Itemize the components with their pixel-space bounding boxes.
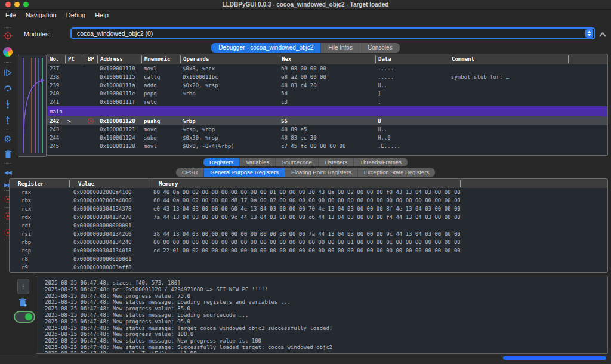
tab-listeners[interactable]: Listeners: [318, 158, 354, 166]
register-row[interactable]: rcx0x0000000304134378e0 43 13 04 03 00 0…: [10, 205, 607, 213]
register-row[interactable]: rsp0x0000000304134018cd 22 01 00 02 00 0…: [10, 246, 607, 255]
step-over-button[interactable]: [2, 82, 14, 94]
cell-address: 0x100001121: [97, 127, 141, 132]
registers-table[interactable]: RegisterValueMemory rax0x00000002000a410…: [9, 178, 608, 273]
log-more-button[interactable]: ⋮: [17, 279, 29, 294]
register-row[interactable]: rbp0x000000030413424000 00 00 00 00 00 0…: [10, 238, 607, 246]
tab-consoles[interactable]: Consoles: [360, 43, 400, 53]
log-enabled-toggle[interactable]: [15, 312, 34, 322]
cell-value: 0x0000000000000001: [69, 256, 150, 262]
clear-log-button[interactable]: [17, 296, 29, 308]
register-row[interactable]: r90x000000000003aff8: [10, 263, 607, 272]
cell-operands: %rbp: [180, 91, 279, 97]
cell-no: 243: [47, 127, 65, 132]
cell-mnemonic: addq: [141, 82, 180, 88]
disassembly-row[interactable]: 2450x100001128movl$0x0, -0x4(%rbp)c7 45 …: [47, 142, 607, 150]
cell-hex: c7 45 fc 00 00 00 00: [279, 143, 375, 149]
tab-general-purpose-registers[interactable]: General Purpose Registers: [203, 168, 285, 177]
settings-button[interactable]: ⚙: [2, 132, 14, 144]
toolbar-separator: [4, 62, 11, 63]
disassembly-row[interactable]: 2390x10000111aaddq$0x20, %rsp48 83 c4 20…: [47, 81, 607, 90]
cell-register: rdi: [10, 223, 69, 229]
cell-hex: 48 83 ec 30: [279, 135, 375, 141]
chevron-up-icon: [598, 31, 607, 38]
cell-value: 0x0000000304134270: [69, 214, 150, 220]
disassembly-row[interactable]: 242>0x100001120pushq%rbp55U: [47, 116, 607, 125]
menu-item-navigation[interactable]: Navigation: [26, 11, 57, 18]
register-row[interactable]: rax0x00000002000a410080 40 0a 00 02 00 0…: [10, 188, 607, 196]
register-row[interactable]: rdx0x00000003041342707a 44 13 04 03 00 0…: [10, 213, 607, 221]
cell-value: 0x0000000304134260: [69, 231, 150, 237]
cell-register: r8: [10, 256, 69, 262]
tab-floating-point-registers[interactable]: Floating Point Registers: [285, 168, 357, 177]
menu-item-help[interactable]: Help: [95, 11, 109, 18]
panel-tab-bar: RegistersVariablesSourcecodeListenersThr…: [0, 158, 611, 166]
disassembly-row[interactable]: 2410x10000111fretqc3.: [47, 98, 607, 106]
section-row[interactable]: main: [47, 106, 607, 116]
cell-operands: 0x1000011bc: [180, 74, 279, 80]
disassembly-row[interactable]: 2430x100001121movq%rsp, %rbp48 89 e5H..: [47, 125, 607, 134]
register-row[interactable]: r80x0000000000000001: [10, 255, 607, 263]
cell-memory: 7a 44 13 04 03 00 00 00 9c 44 13 04 03 0…: [150, 214, 460, 220]
collapse-modules-button[interactable]: [598, 30, 607, 37]
combobox-stepper-icon[interactable]: [585, 29, 593, 38]
column-header-no: No.: [47, 55, 65, 63]
tab-exception-state-registers[interactable]: Exception State Registers: [357, 168, 435, 177]
tab-debugger-cocoa-windowed-objc2[interactable]: Debugger - cocoa_windowed_objc2: [211, 43, 320, 53]
cell-operands: $0x30, %rsp: [180, 135, 279, 141]
column-header-address: Address: [97, 55, 141, 63]
cell-register: rbp: [10, 239, 69, 245]
cell-register: rsi: [10, 231, 69, 237]
disassembly-row[interactable]: 2370x100001110movl$0x8, %ecxb9 08 00 00 …: [47, 64, 607, 73]
cell-data: .E.....: [375, 143, 449, 149]
menu-item-file[interactable]: File: [5, 11, 16, 18]
tab-variables[interactable]: Variables: [239, 158, 275, 166]
register-row[interactable]: rsi0x000000030413426038 44 13 04 03 00 0…: [10, 230, 607, 238]
log-output[interactable]: 2025-08-25 06:47:48: sizes: [40, 573, 18…: [36, 276, 608, 354]
cell-data: .: [375, 99, 449, 105]
branch-minimap: [18, 55, 47, 157]
register-row[interactable]: rdi0x0000000000000001: [10, 221, 607, 230]
cell-operands: $0x20, %rsp: [180, 82, 279, 88]
play-icon: [3, 68, 13, 78]
cell-bp[interactable]: [82, 118, 97, 124]
window-title: LLDBPyGUI 0.0.3 - cocoa_windowed_objc2 -…: [0, 1, 611, 8]
column-header-value: Value: [69, 180, 150, 187]
log-line: 2025-08-25 06:47:48: New progress value:…: [45, 319, 607, 325]
cell-memory: 00 00 00 00 00 00 00 00 00 00 00 00 00 0…: [150, 239, 460, 245]
cell-register: rsp: [10, 248, 69, 254]
tab-sourcecode[interactable]: Sourcecode: [275, 158, 318, 166]
column-header-comment: Comment: [449, 55, 568, 63]
cell-address: 0x10000111e: [97, 91, 141, 97]
cell-operands: %rsp, %rbp: [180, 127, 279, 132]
tab-cpsr[interactable]: CPSR: [176, 168, 203, 177]
modules-combobox[interactable]: cocoa_windowed_objc2 (0): [70, 27, 595, 39]
cell-mnemonic: movl: [141, 143, 180, 149]
modules-selected-value: cocoa_windowed_objc2 (0): [72, 30, 585, 37]
cell-address: 0x100001128: [97, 143, 141, 149]
cell-hex: 48 83 c4 20: [279, 82, 375, 88]
cell-value: 0x0000000000000001: [69, 223, 150, 229]
cell-value: 0x00000002000a4000: [69, 198, 150, 203]
disassembly-row[interactable]: 2380x100001115callq0x1000011bce8 a2 00 0…: [47, 73, 607, 81]
set-breakpoint-target-icon[interactable]: [2, 30, 14, 42]
cell-data: ]: [375, 91, 449, 97]
modules-label: Modules:: [24, 30, 51, 38]
tab-file-infos[interactable]: File Infos: [320, 43, 360, 53]
log-line: 2025-08-25 06:47:48: New status message:…: [45, 344, 607, 351]
register-row[interactable]: rbx0x00000002000a400060 44 0a 00 02 00 0…: [10, 196, 607, 205]
toolbar-separator: [4, 129, 11, 129]
progress-bar: [503, 356, 606, 360]
continue-button[interactable]: [2, 67, 14, 79]
menu-item-debug[interactable]: Debug: [66, 11, 85, 18]
step-out-button[interactable]: [2, 114, 14, 126]
disassembly-table[interactable]: No.PCBPAddressMnemonicOperandsHexDataCom…: [47, 54, 608, 156]
step-into-button[interactable]: [2, 98, 14, 110]
disassembly-row[interactable]: 2400x10000111epopq%rbp5d]: [47, 90, 607, 98]
column-header-memory: Memory: [150, 180, 460, 187]
cell-hex: 5d: [279, 91, 375, 97]
tab-threads-frames[interactable]: Threads/Frames: [353, 158, 408, 166]
section-label: main: [47, 109, 63, 115]
tab-registers[interactable]: Registers: [203, 158, 239, 166]
disassembly-row[interactable]: 2440x100001124subq$0x30, %rsp48 83 ec 30…: [47, 134, 607, 142]
